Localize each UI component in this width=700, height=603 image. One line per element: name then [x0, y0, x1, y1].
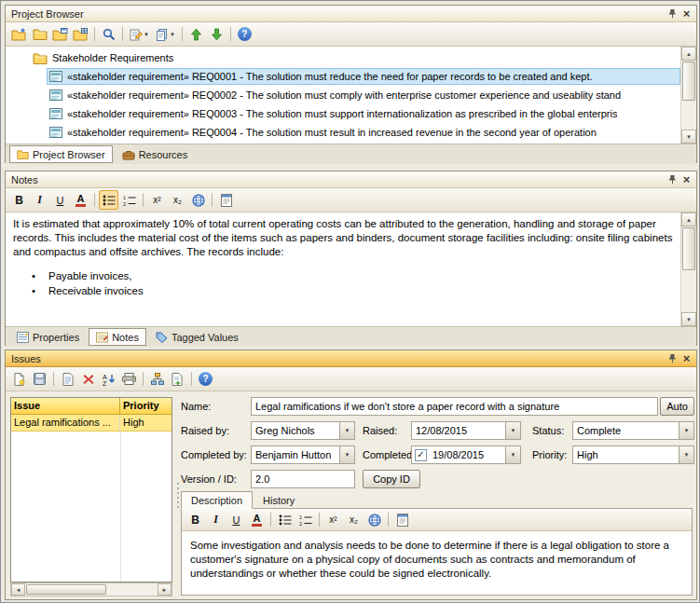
record-hierarchy-icon[interactable] [147, 369, 167, 389]
priority-combo[interactable]: High ▼ [572, 445, 694, 464]
italic-icon[interactable]: I [206, 510, 226, 529]
scroll-up-icon[interactable]: ▲ [681, 212, 696, 226]
tab-project-browser[interactable]: Project Browser [9, 145, 113, 163]
new-model-icon[interactable] [9, 24, 29, 44]
report-icon[interactable] [168, 369, 187, 389]
issues-grid[interactable]: Issue Priority Legal ramifications ... H… [10, 397, 172, 582]
tree-row-req0002[interactable]: «stakeholder requirement» REQ0002 - The … [6, 86, 680, 104]
subscript-icon[interactable]: x₂ [344, 510, 364, 529]
scroll-right-icon[interactable]: ► [158, 583, 172, 596]
pin-icon[interactable] [666, 173, 679, 186]
insert-document-icon[interactable] [392, 510, 412, 529]
tab-notes[interactable]: Notes [89, 328, 146, 346]
dropdown-arrow-icon[interactable]: ▼ [505, 422, 520, 439]
scroll-down-icon[interactable]: ▼ [681, 130, 696, 144]
description-format-toolbar: B I U A 12 x² x₂ [182, 509, 692, 531]
insert-document-icon[interactable] [216, 190, 236, 210]
completed-checkbox[interactable]: ✓ [415, 449, 427, 461]
scroll-thumb[interactable] [682, 227, 695, 270]
scroll-thumb[interactable] [682, 62, 695, 101]
underline-icon[interactable]: U [226, 510, 246, 529]
column-header-issue[interactable]: Issue [11, 398, 120, 415]
auto-button[interactable]: Auto [660, 397, 694, 416]
tree-row-req0001[interactable]: «stakeholder requirement» REQ0001 - The … [6, 67, 680, 86]
bold-icon[interactable]: B [9, 190, 29, 210]
column-header-priority[interactable]: Priority [120, 398, 172, 415]
tree-vertical-scrollbar[interactable]: ▲ ▼ [680, 47, 696, 144]
font-color-icon[interactable]: A [71, 190, 90, 210]
status-combo[interactable]: Complete ▼ [572, 421, 694, 440]
tree-row-req0004[interactable]: «stakeholder requirement» REQ0004 - The … [6, 123, 680, 142]
tab-tagged-values[interactable]: Tagged Values [148, 328, 246, 346]
add-element-icon[interactable] [71, 24, 90, 44]
tab-history[interactable]: History [253, 491, 305, 509]
close-icon[interactable]: × [679, 173, 693, 186]
scroll-track[interactable] [681, 226, 696, 312]
sort-az-icon[interactable]: AZ [99, 369, 118, 389]
pin-icon[interactable] [666, 352, 679, 365]
notes-editor[interactable]: It is estimated that approximately 10% o… [6, 212, 680, 326]
close-icon[interactable]: × [679, 352, 693, 365]
move-down-icon[interactable] [207, 24, 226, 44]
edit-menu-icon[interactable]: ▼ [127, 24, 152, 44]
tab-resources[interactable]: Resources [115, 145, 196, 163]
dropdown-arrow-icon[interactable]: ▼ [505, 446, 520, 463]
dropdown-arrow-icon[interactable]: ▼ [679, 422, 693, 439]
bullet-list-icon[interactable] [275, 510, 295, 529]
tab-properties[interactable]: Properties [9, 328, 87, 346]
print-icon[interactable] [119, 369, 139, 389]
help-icon[interactable]: ? [196, 369, 215, 389]
delete-icon[interactable] [78, 369, 98, 389]
dropdown-arrow-icon[interactable]: ▼ [339, 422, 354, 439]
hyperlink-icon[interactable] [364, 510, 384, 529]
raised-by-combo[interactable]: Greg Nichols ▼ [251, 421, 355, 440]
notes-titlebar[interactable]: Notes × [6, 171, 696, 188]
documentation-menu-icon[interactable]: ▼ [153, 24, 178, 44]
completed-date-combo[interactable]: ✓ 19/08/2015 ▼ [411, 445, 521, 464]
underline-icon[interactable]: U [50, 190, 70, 210]
add-diagram-icon[interactable] [50, 24, 70, 44]
bullet-list-icon[interactable] [99, 190, 118, 210]
numbered-list-icon[interactable]: 12 [295, 510, 315, 529]
dropdown-arrow-icon[interactable]: ▼ [339, 446, 354, 463]
help-icon[interactable]: ? [235, 24, 254, 44]
issues-grid-hscrollbar[interactable]: ◄ ► [10, 582, 172, 596]
font-color-icon[interactable]: A [247, 510, 267, 529]
find-in-browser-icon[interactable] [99, 24, 118, 44]
superscript-icon[interactable]: x² [323, 510, 343, 529]
add-package-icon[interactable] [30, 24, 49, 44]
close-icon[interactable]: × [679, 7, 693, 21]
version-id-input[interactable] [251, 470, 355, 488]
name-input[interactable] [251, 397, 658, 416]
scroll-track[interactable] [681, 61, 696, 130]
subscript-icon[interactable]: x₂ [168, 190, 187, 210]
save-icon[interactable] [30, 369, 49, 389]
move-up-icon[interactable] [186, 24, 206, 44]
pin-icon[interactable] [666, 7, 679, 21]
scroll-down-icon[interactable]: ▼ [681, 312, 696, 326]
scroll-track[interactable] [25, 583, 158, 596]
scroll-thumb[interactable] [26, 584, 106, 595]
numbered-list-icon[interactable]: 12 [119, 190, 139, 210]
tab-description[interactable]: Description [181, 491, 253, 509]
italic-icon[interactable]: I [30, 190, 49, 210]
scroll-up-icon[interactable]: ▲ [681, 47, 696, 61]
new-issue-icon[interactable] [9, 369, 29, 389]
dropdown-arrow-icon[interactable]: ▼ [679, 446, 693, 463]
splitter-handle[interactable] [174, 391, 181, 599]
tree-row-req0003[interactable]: «stakeholder requirement» REQ0003 - The … [6, 104, 680, 123]
issues-titlebar[interactable]: Issues × [6, 350, 696, 367]
notes-vertical-scrollbar[interactable]: ▲ ▼ [680, 212, 696, 326]
project-browser-titlebar[interactable]: Project Browser × [6, 6, 696, 22]
scroll-left-icon[interactable]: ◄ [11, 583, 25, 596]
completed-by-combo[interactable]: Benjamin Hutton ▼ [251, 445, 355, 464]
issues-grid-row[interactable]: Legal ramifications ... High [11, 415, 172, 432]
copy-id-button[interactable]: Copy ID [363, 470, 420, 488]
tree-row-stakeholder-requirements[interactable]: Stakeholder Requirements [6, 48, 680, 67]
description-text[interactable]: Some investigation and analysis needs to… [182, 532, 692, 595]
superscript-icon[interactable]: x² [147, 190, 167, 210]
bold-icon[interactable]: B [185, 510, 205, 529]
hyperlink-icon[interactable] [188, 190, 208, 210]
raised-date-combo[interactable]: 12/08/2015 ▼ [411, 421, 521, 440]
properties-page-icon[interactable] [58, 369, 77, 389]
